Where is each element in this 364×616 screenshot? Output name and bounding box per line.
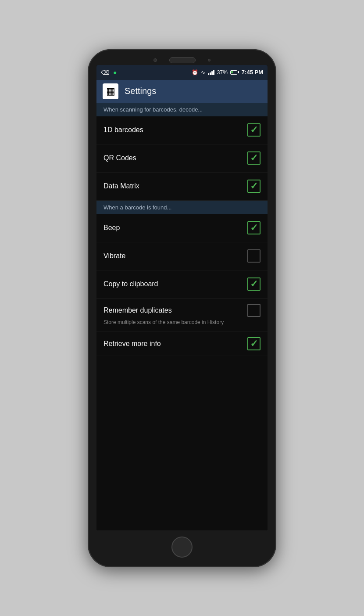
checkmark-beep: ✓ bbox=[250, 223, 258, 233]
setting-label-remember-duplicates: Remember duplicates bbox=[103, 306, 172, 314]
setting-remember-duplicates[interactable]: Remember duplicates Store multiple scans… bbox=[96, 299, 268, 332]
checkbox-retrieve-info[interactable]: ✓ bbox=[247, 337, 261, 350]
checkmark-qr-codes: ✓ bbox=[250, 153, 258, 163]
status-right-icons: ⏰ ∿ 37% bbox=[192, 69, 263, 76]
checkbox-beep[interactable]: ✓ bbox=[247, 221, 261, 234]
screen: ⌫ ● ⏰ ∿ 37% bbox=[96, 65, 268, 530]
speaker bbox=[169, 57, 196, 63]
app-icon-glyph: ▦ bbox=[106, 86, 115, 97]
section-header-scanning: When scanning for barcodes, decode... bbox=[96, 103, 268, 116]
phone-top-hardware bbox=[92, 57, 272, 63]
status-bar: ⌫ ● ⏰ ∿ 37% bbox=[96, 65, 268, 80]
setting-label-data-matrix: Data Matrix bbox=[103, 182, 139, 190]
setting-label-qr-codes: QR Codes bbox=[103, 154, 136, 162]
section-header-found: When a barcode is found... bbox=[96, 201, 268, 214]
status-time: 7:45 PM bbox=[242, 69, 263, 76]
checkbox-1d-barcodes[interactable]: ✓ bbox=[247, 123, 261, 137]
checkbox-copy-clipboard[interactable]: ✓ bbox=[247, 277, 261, 291]
checkbox-remember-duplicates[interactable] bbox=[247, 304, 261, 317]
app-header: ▦ Settings bbox=[96, 80, 268, 103]
front-camera bbox=[153, 58, 157, 62]
checkmark-data-matrix: ✓ bbox=[250, 181, 258, 191]
settings-list: When scanning for barcodes, decode... 1D… bbox=[96, 103, 268, 530]
checkmark-retrieve-info: ✓ bbox=[250, 339, 258, 349]
checkbox-qr-codes[interactable]: ✓ bbox=[247, 151, 261, 165]
setting-label-vibrate: Vibrate bbox=[103, 252, 125, 260]
setting-beep[interactable]: Beep ✓ bbox=[96, 214, 268, 242]
phone-bottom-hardware bbox=[92, 530, 272, 558]
sensor bbox=[208, 59, 211, 61]
setting-label-retrieve-info: Retrieve more info bbox=[103, 340, 161, 348]
status-left-icons: ⌫ ● bbox=[101, 69, 117, 76]
battery-percent: 37% bbox=[217, 69, 228, 76]
battery-icon bbox=[230, 70, 239, 75]
whatsapp-icon: ● bbox=[113, 69, 117, 76]
app-icon: ▦ bbox=[103, 83, 118, 99]
setting-data-matrix[interactable]: Data Matrix ✓ bbox=[96, 173, 268, 201]
app-title: Settings bbox=[125, 86, 156, 96]
setting-1d-barcodes[interactable]: 1D barcodes ✓ bbox=[96, 116, 268, 144]
phone-frame: ⌫ ● ⏰ ∿ 37% bbox=[88, 49, 276, 567]
signal-bars bbox=[208, 70, 214, 75]
setting-label-beep: Beep bbox=[103, 224, 120, 232]
wifi-icon: ∿ bbox=[201, 69, 205, 76]
home-button[interactable] bbox=[171, 537, 193, 558]
setting-label-1d-barcodes: 1D barcodes bbox=[103, 126, 143, 134]
setting-copy-clipboard[interactable]: Copy to clipboard ✓ bbox=[96, 270, 268, 299]
setting-retrieve-info[interactable]: Retrieve more info ✓ bbox=[96, 331, 268, 356]
checkbox-data-matrix[interactable]: ✓ bbox=[247, 180, 261, 193]
checkmark-copy-clipboard: ✓ bbox=[250, 279, 258, 289]
setting-label-copy-clipboard: Copy to clipboard bbox=[103, 280, 158, 288]
setting-vibrate[interactable]: Vibrate bbox=[96, 242, 268, 270]
usb-icon: ⌫ bbox=[101, 69, 110, 76]
setting-subtitle-remember-duplicates: Store multiple scans of the same barcode… bbox=[103, 319, 224, 326]
checkbox-vibrate[interactable] bbox=[247, 249, 261, 263]
setting-qr-codes[interactable]: QR Codes ✓ bbox=[96, 144, 268, 173]
alarm-icon: ⏰ bbox=[192, 69, 198, 76]
setting-remember-duplicates-row: Remember duplicates bbox=[103, 304, 261, 317]
checkmark-1d-barcodes: ✓ bbox=[250, 125, 258, 135]
